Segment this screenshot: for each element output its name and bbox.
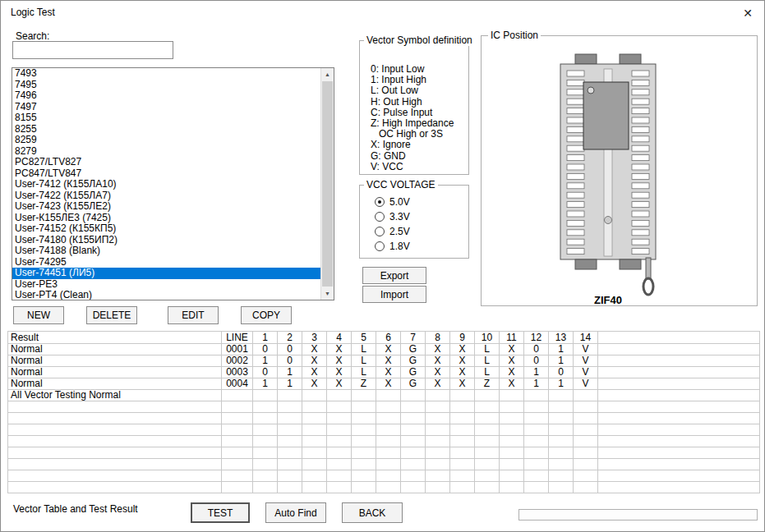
table-cell	[327, 482, 352, 493]
back-button[interactable]: BACK	[342, 502, 403, 523]
table-empty-row	[8, 482, 760, 493]
table-cell	[327, 413, 352, 424]
table-cell	[401, 401, 426, 413]
table-row: Normal000100XXLXGXXLX01V	[8, 344, 760, 355]
copy-button[interactable]: COPY	[241, 306, 292, 324]
list-item[interactable]: User-PT4 (Clean)	[12, 290, 320, 300]
list-item[interactable]: 8259	[12, 135, 320, 146]
table-cell: 1	[549, 344, 574, 355]
list-item[interactable]: 7493	[12, 68, 320, 80]
list-item[interactable]: 7495	[12, 80, 320, 91]
table-cell: G	[401, 344, 426, 355]
table-empty-row	[8, 447, 760, 459]
table-cell	[549, 401, 574, 413]
table-empty-row	[8, 413, 760, 424]
table-cell	[500, 413, 524, 424]
table-cell	[450, 482, 475, 493]
list-item[interactable]: User-74451 (ЛИ5)	[12, 268, 320, 279]
radio-icon[interactable]	[375, 212, 385, 222]
vcc-option[interactable]: 2.5V	[375, 225, 410, 237]
list-item[interactable]: User-74188 (Blank)	[12, 245, 320, 257]
table-cell	[376, 401, 401, 413]
import-button[interactable]: Import	[362, 286, 426, 303]
table-cell: X	[376, 378, 401, 390]
edit-button[interactable]: EDIT	[168, 306, 219, 324]
table-cell	[352, 413, 376, 424]
radio-icon[interactable]	[375, 227, 385, 236]
table-cell	[253, 401, 278, 413]
table-cell: 1	[278, 367, 302, 378]
list-item[interactable]: PC827/LTV827	[12, 157, 320, 168]
table-cell	[8, 470, 222, 482]
table-cell	[598, 367, 760, 378]
list-item[interactable]: 8279	[12, 146, 320, 158]
column-header: 1	[253, 332, 278, 344]
table-cell	[302, 424, 327, 436]
list-item[interactable]: 8155	[12, 112, 320, 124]
list-item[interactable]: 7497	[12, 102, 320, 113]
vcc-option[interactable]: 1.8V	[375, 240, 410, 252]
search-input[interactable]	[12, 41, 173, 59]
list-item[interactable]: User-74152 (К155КП5)	[12, 223, 320, 235]
radio-icon[interactable]	[375, 241, 385, 251]
list-item[interactable]: PC847/LTV847	[12, 168, 320, 180]
list-item[interactable]: User-7422 (К155ЛА7)	[12, 190, 320, 202]
list-item[interactable]: 7496	[12, 90, 320, 102]
table-cell	[475, 436, 500, 447]
table-cell	[278, 401, 302, 413]
delete-button[interactable]: DELETE	[86, 306, 137, 324]
table-cell	[598, 390, 760, 401]
radio-icon[interactable]	[375, 197, 385, 207]
table-cell	[426, 482, 450, 493]
table-cell	[598, 344, 760, 355]
scroll-down-icon[interactable]: ▼	[321, 287, 334, 300]
table-cell: X	[450, 378, 475, 390]
table-cell	[401, 482, 426, 493]
new-button[interactable]: NEW	[13, 306, 64, 324]
list-item[interactable]: User-74295	[12, 257, 320, 268]
table-cell	[549, 390, 574, 401]
table-cell	[574, 401, 598, 413]
table-cell	[574, 459, 598, 470]
list-item[interactable]: User-К155ЛЕ3 (7425)	[12, 213, 320, 224]
table-cell	[426, 470, 450, 482]
table-cell: L	[475, 355, 500, 367]
table-cell	[8, 436, 222, 447]
scrollbar[interactable]: ▲ ▼	[320, 68, 334, 300]
list-item[interactable]: User-7412 (К155ЛА10)	[12, 179, 320, 190]
table-summary-row: All Vector Testing Normal	[8, 390, 760, 401]
table-cell	[376, 447, 401, 459]
table-cell	[524, 413, 549, 424]
list-item[interactable]: 8255	[12, 124, 320, 135]
table-cell	[401, 459, 426, 470]
table-cell	[598, 459, 760, 470]
list-item[interactable]: User-74180 (К155ИП2)	[12, 235, 320, 246]
export-button[interactable]: Export	[362, 267, 426, 284]
column-header: 8	[426, 332, 450, 344]
zif-socket-graphic	[559, 51, 678, 297]
close-icon[interactable]: ✕	[740, 5, 756, 21]
table-cell: X	[327, 378, 352, 390]
table-cell	[376, 470, 401, 482]
vcc-option[interactable]: 5.0V	[375, 195, 410, 208]
table-cell	[475, 447, 500, 459]
column-header: 7	[401, 332, 426, 344]
auto-find-button[interactable]: Auto Find	[265, 502, 326, 523]
column-header: 3	[302, 332, 327, 344]
table-cell	[222, 413, 253, 424]
column-header: 4	[327, 332, 352, 344]
table-cell: Normal	[8, 355, 222, 367]
table-cell	[352, 436, 376, 447]
result-table: ResultLINE1234567891011121314 Normal0001…	[7, 331, 760, 493]
scroll-up-icon[interactable]: ▲	[321, 68, 334, 80]
table-cell	[401, 390, 426, 401]
test-button[interactable]: TEST	[191, 502, 250, 523]
scrollbar-thumb[interactable]	[322, 81, 333, 287]
search-label: Search:	[16, 30, 49, 42]
table-cell	[253, 459, 278, 470]
table-cell	[450, 459, 475, 470]
list-item[interactable]: User-7423 (К155ЛЕ2)	[12, 201, 320, 213]
list-item[interactable]: User-PE3	[12, 279, 320, 291]
table-cell: 0003	[222, 367, 253, 378]
vcc-option[interactable]: 3.3V	[375, 210, 410, 222]
